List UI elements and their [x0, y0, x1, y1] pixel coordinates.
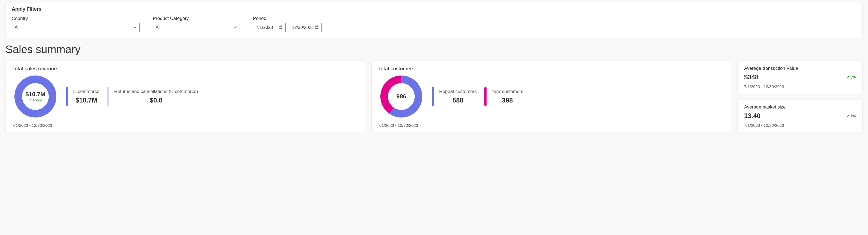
card-body: 986 Repeat customers 588 New customers 3… — [378, 74, 724, 120]
avg-basket-trend-value: 1% — [850, 114, 856, 118]
avg-basket-value: 13.40 — [744, 112, 761, 120]
metric-value: $0.0 — [114, 96, 198, 104]
filters-panel: Apply Filters Country All Product Catego… — [5, 2, 863, 38]
card-date-range: 7/1/2023 - 12/30/2023 — [744, 84, 856, 89]
metric-repeat-customers: Repeat customers 588 — [432, 87, 477, 106]
legend-bar-icon — [107, 87, 109, 106]
metric-returns: Returns and cancellations (E-commerce) $… — [107, 87, 198, 106]
small-cards-column: Average transaction Value $348 ↗ 3% 7/1/… — [737, 61, 863, 133]
trend-up-icon: ↗ — [29, 98, 32, 102]
metric-label: E-commerce — [73, 89, 99, 94]
filters-row: Country All Product Category All Period — [12, 16, 856, 32]
filter-period-inputs: 7/1/2023 12/30/2023 — [253, 23, 321, 32]
filter-category-group: Product Category All — [153, 16, 240, 32]
card-date-range: 7/1/2023 - 12/30/2023 — [12, 123, 359, 127]
calendar-icon — [279, 25, 283, 30]
filter-country-select[interactable]: All — [12, 23, 140, 32]
metric-value: 588 — [439, 96, 477, 104]
card-avg-transaction-value: Average transaction Value $348 ↗ 3% 7/1/… — [737, 61, 863, 94]
period-to-value: 12/30/2023 — [292, 25, 314, 30]
avg-txn-trend: ↗ 3% — [846, 75, 856, 79]
revenue-donut-chart: $10.7M ↗ 165% — [12, 74, 59, 120]
metric-value: 398 — [491, 96, 523, 104]
metric-label: New customers — [491, 89, 523, 94]
filter-category-label: Product Category — [153, 16, 240, 21]
legend-bar-icon — [484, 87, 487, 106]
avg-txn-value: $348 — [744, 74, 758, 81]
trend-up-icon: ↗ — [846, 75, 849, 79]
card-title: Total sales revenue — [12, 66, 359, 72]
period-to-input[interactable]: 12/30/2023 — [289, 23, 321, 32]
legend-bar-icon — [66, 87, 68, 106]
metric-ecommerce: E-commerce $10.7M — [66, 87, 99, 106]
metric-label: Returns and cancellations (E-commerce) — [114, 89, 198, 94]
metric-label: Repeat customers — [439, 89, 477, 94]
filter-period-group: Period 7/1/2023 12/30/2023 — [253, 16, 321, 32]
metric-value: $10.7M — [73, 96, 99, 104]
trend-up-icon: ↗ — [846, 114, 849, 118]
card-title: Total customers — [378, 66, 724, 72]
card-avg-basket-size: Average basket size 13.40 ↗ 1% 7/1/2023 … — [737, 99, 863, 133]
card-title: Average basket size — [744, 105, 856, 110]
filter-country-label: Country — [12, 16, 140, 21]
chevron-down-icon — [234, 25, 237, 30]
calendar-icon — [315, 25, 318, 30]
filter-period-label: Period — [253, 16, 321, 21]
card-body: $10.7M ↗ 165% E-commerce $10.7M Returns — [12, 74, 359, 120]
customers-total-value: 986 — [396, 93, 406, 100]
card-date-range: 7/1/2023 - 12/30/2023 — [378, 123, 724, 127]
customers-donut-chart: 986 — [378, 74, 425, 120]
revenue-trend: ↗ 165% — [29, 98, 42, 102]
svg-rect-0 — [279, 26, 282, 29]
card-total-customers: Total customers 986 Repeat customers 588 — [371, 61, 731, 133]
filter-country-value: All — [15, 25, 20, 30]
filter-country-group: Country All — [12, 16, 140, 32]
avg-basket-trend: ↗ 1% — [846, 114, 856, 118]
period-from-value: 7/1/2023 — [256, 25, 273, 30]
section-title: Sales summary — [5, 43, 863, 56]
legend-bar-icon — [432, 87, 434, 106]
filter-category-select[interactable]: All — [153, 23, 240, 32]
revenue-total-value: $10.7M — [25, 91, 45, 98]
avg-txn-trend-value: 3% — [850, 75, 856, 79]
period-from-input[interactable]: 7/1/2023 — [253, 23, 286, 32]
summary-cards-row: Total sales revenue $10.7M ↗ 165% E-comm… — [5, 61, 863, 133]
revenue-trend-value: 165% — [33, 98, 42, 102]
chevron-down-icon — [133, 25, 137, 30]
card-total-sales-revenue: Total sales revenue $10.7M ↗ 165% E-comm… — [5, 61, 365, 133]
metric-new-customers: New customers 398 — [484, 87, 523, 106]
svg-rect-4 — [315, 26, 318, 29]
card-title: Average transaction Value — [744, 66, 856, 71]
card-date-range: 7/1/2023 - 12/30/2023 — [744, 123, 856, 127]
filters-title: Apply Filters — [12, 6, 856, 12]
filter-category-value: All — [156, 25, 161, 30]
